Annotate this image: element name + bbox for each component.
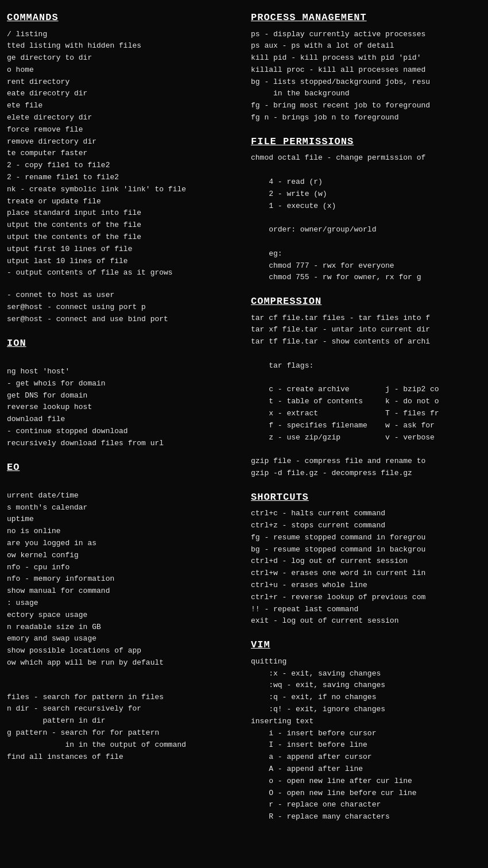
section-title-file-permissions: FILE PERMISSIONS [251,134,481,149]
right-column: PROCESS MANAGEMENTps - display currently… [244,6,488,838]
section-title-compression: COMPRESSION [251,294,481,309]
section-ssh: - connet to host as user ser@host - conn… [7,290,237,325]
section-title-connection: ION [7,336,237,351]
section-shortcuts: SHORTCUTSctrl+c - halts current command … [251,490,481,627]
section-content-commands: / listing tted listing with hidden files… [7,29,237,280]
section-title-process-management: PROCESS MANAGEMENT [251,10,481,25]
section-connection: ION ng host 'host' - get whois for domai… [7,336,237,450]
section-title-vim: VIM [251,638,481,653]
section-file-permissions: FILE PERMISSIONSchmod octal file - chang… [251,134,481,284]
section-content-sysinfo: urrent date/time s month's calendar upti… [7,478,237,669]
section-content-connection: ng host 'host' - get whois for domain ge… [7,354,237,449]
section-content-vim: quitting :x - exit, saving changes :wq -… [251,656,481,823]
section-content-process-management: ps - display currently active processes … [251,29,481,124]
section-title-shortcuts: SHORTCUTS [251,490,481,505]
section-vim: VIMquitting :x - exit, saving changes :w… [251,638,481,823]
section-content-compression: tar cf file.tar files - tar files into f… [251,313,481,480]
left-column: COMMANDS/ listing tted listing with hidd… [0,6,244,838]
section-commands: COMMANDS/ listing tted listing with hidd… [7,10,237,279]
section-content-ssh: - connet to host as user ser@host - conn… [7,290,237,325]
section-content-search: files - search for pattern in files n di… [7,680,237,763]
section-content-file-permissions: chmod octal file - change permission of … [251,152,481,284]
section-search: files - search for pattern in files n di… [7,680,237,763]
section-title-commands: COMMANDS [7,10,237,25]
section-title-sysinfo: EO [7,460,237,475]
section-content-shortcuts: ctrl+c - halts current command ctrl+z - … [251,508,481,627]
section-sysinfo: EO urrent date/time s month's calendar u… [7,460,237,669]
section-compression: COMPRESSIONtar cf file.tar files - tar f… [251,294,481,480]
section-process-management: PROCESS MANAGEMENTps - display currently… [251,10,481,124]
page-container: COMMANDS/ listing tted listing with hidd… [0,0,488,844]
